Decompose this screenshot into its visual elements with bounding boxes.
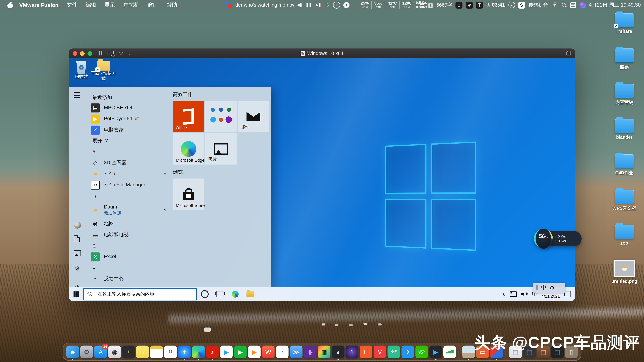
- tile-photos[interactable]: 照片: [205, 133, 237, 165]
- start-menu-app-item[interactable]: X Excel: [85, 251, 170, 262]
- minimize-button[interactable]: [80, 51, 84, 56]
- settings-wrench-icon[interactable]: ⚒: [119, 51, 123, 56]
- start-menu-section-header[interactable]: #: [85, 147, 170, 157]
- drag-handle[interactable]: [536, 285, 538, 290]
- desktop-folder[interactable]: C4D作业: [615, 154, 634, 184]
- sogou-icon[interactable]: S: [518, 1, 525, 8]
- ime-mode-label[interactable]: 中: [541, 284, 546, 292]
- app-store-icon[interactable]: A 14: [94, 345, 107, 358]
- chevron-down-icon[interactable]: ˅: [164, 207, 166, 212]
- start-menu-section-header[interactable]: F: [85, 264, 170, 273]
- fullscreen-icon[interactable]: [566, 51, 571, 55]
- start-menu-app-item[interactable]: ◓ 反馈中心: [85, 273, 170, 285]
- start-menu-app-item[interactable]: ◉ 地图: [85, 218, 170, 229]
- display-status-icon[interactable]: [510, 292, 517, 297]
- desktop-folder[interactable]: 内容营销: [615, 84, 634, 113]
- microphone-icon[interactable]: Ψ: [466, 1, 472, 8]
- chevron-down-icon[interactable]: ˅: [164, 172, 166, 176]
- zoom-button[interactable]: [88, 51, 92, 56]
- taskbar-search-input[interactable]: 在这里输入你要搜索的内容: [83, 288, 197, 300]
- start-menu-app-item[interactable]: ▰ Daum 最近添加 ˅: [85, 202, 170, 218]
- cpu-gauge[interactable]: 56%: [534, 229, 553, 248]
- start-menu-app-item[interactable]: ▤ MPC-BE x64: [85, 102, 170, 113]
- netease-music-icon[interactable]: ♪: [206, 345, 219, 358]
- numbers-icon[interactable]: ▂▅▇: [444, 345, 456, 358]
- xunlei-icon[interactable]: ≫: [290, 345, 302, 358]
- menu-view[interactable]: 显示: [100, 1, 119, 9]
- pause-button[interactable]: ▌▌: [306, 3, 313, 7]
- menu-window[interactable]: 窗口: [144, 1, 162, 9]
- clapper-icon[interactable]: ▦: [318, 345, 330, 358]
- capture-one-icon[interactable]: 1: [346, 345, 358, 358]
- tencent-video-icon[interactable]: ▶: [248, 345, 260, 358]
- start-menu-app-item[interactable]: ✓ 电脑管家: [85, 124, 170, 136]
- chevron-right-icon[interactable]: ›: [128, 50, 130, 56]
- pictures-icon[interactable]: [74, 250, 81, 256]
- search-icon[interactable]: [561, 2, 567, 7]
- next-track-button[interactable]: ▶▌: [316, 3, 322, 7]
- file-explorer-button[interactable]: [243, 287, 258, 301]
- v-recorder-icon[interactable]: V: [374, 345, 386, 358]
- window-title-bar[interactable]: ⚒ › Windows 10 x64: [69, 48, 575, 58]
- window-layout-icon[interactable]: ▥: [428, 2, 433, 8]
- action-center-icon[interactable]: [564, 291, 571, 297]
- menu-vm[interactable]: 虚拟机: [119, 1, 144, 9]
- tile-mail[interactable]: 邮件: [238, 101, 269, 132]
- desktop-folder[interactable]: zoo: [615, 225, 634, 255]
- tile-store[interactable]: Microsoft Store: [173, 178, 204, 210]
- calendar-icon[interactable]: 21: [164, 345, 177, 358]
- system-settings-icon[interactable]: ⚙: [80, 345, 93, 358]
- hamburger-menu-icon[interactable]: [74, 92, 80, 98]
- start-menu-app-item[interactable]: ▬ 电影和电视: [85, 229, 170, 240]
- tray-clock[interactable]: 4/21/2021: [542, 294, 560, 298]
- start-menu-section-header[interactable]: 最近添加: [85, 92, 170, 102]
- previous-track-button[interactable]: ◀▌: [297, 3, 303, 7]
- start-menu-section-header[interactable]: D: [85, 192, 170, 202]
- close-button[interactable]: [73, 51, 77, 56]
- desktop-image-file[interactable]: untitled.png: [613, 260, 636, 284]
- start-menu-app-item[interactable]: ◇ 3D 查看器: [85, 157, 170, 168]
- album-artwork-icon[interactable]: ▲: [344, 2, 350, 8]
- control-center-icon[interactable]: [570, 2, 576, 8]
- start-menu-section-header[interactable]: E: [85, 241, 170, 251]
- notes-icon[interactable]: ≡: [150, 345, 163, 358]
- start-menu-app-item[interactable]: ▰ 7-Zip ˅: [85, 168, 170, 179]
- desktop-folder[interactable]: blander: [615, 119, 634, 149]
- sogou-label[interactable]: 搜狗拼音: [528, 1, 548, 8]
- start-menu-expand[interactable]: 展开˅: [85, 135, 170, 146]
- volume-icon[interactable]: [521, 292, 527, 297]
- menu-bar-clock[interactable]: 4月21日 周三 19:49:30: [589, 1, 641, 8]
- downloads-shortcut-icon[interactable]: ➚ 下载 - 快捷方式: [89, 58, 118, 81]
- tile-edge[interactable]: Microsoft Edge: [173, 133, 204, 165]
- start-menu-app-item[interactable]: 7z 7-Zip File Manager: [85, 179, 170, 191]
- settings-gear-icon[interactable]: ⚙: [74, 265, 80, 272]
- play-status-icon[interactable]: [508, 1, 515, 8]
- safari-icon[interactable]: ✦: [178, 345, 191, 358]
- siri-icon[interactable]: [580, 2, 586, 8]
- wechat-icon[interactable]: ☏: [416, 345, 428, 358]
- documents-icon[interactable]: [74, 235, 80, 242]
- menu-app-name[interactable]: VMware Fusion: [15, 2, 62, 8]
- cortana-button[interactable]: [197, 287, 212, 301]
- obs-icon[interactable]: ◕: [332, 345, 344, 358]
- potplayer-icon[interactable]: ▶: [430, 345, 442, 358]
- gif-icon[interactable]: GIF: [388, 345, 400, 358]
- clipboard-icon[interactable]: ▤: [420, 2, 425, 8]
- tray-expand-icon[interactable]: ∧: [502, 292, 505, 296]
- ev-icon[interactable]: E: [360, 345, 372, 358]
- desktop-folder[interactable]: rrshare: [615, 13, 634, 43]
- preview-window-thumb[interactable]: [462, 345, 475, 358]
- menu-edit[interactable]: 编辑: [82, 1, 100, 9]
- iqiyi-icon[interactable]: ▶: [234, 345, 247, 358]
- input-method-indicator[interactable]: 中: [476, 1, 483, 8]
- suspend-vm-button[interactable]: [98, 51, 102, 55]
- favorite-heart-icon[interactable]: ♡: [326, 2, 330, 8]
- ime-settings-gear-icon[interactable]: ⚙: [550, 285, 554, 291]
- desktop-folder[interactable]: 股票: [615, 48, 634, 78]
- dingtalk-icon[interactable]: ✈: [402, 345, 414, 358]
- emoji-icon[interactable]: ☺: [456, 1, 462, 8]
- wifi-icon[interactable]: [552, 2, 558, 7]
- task-view-button[interactable]: [212, 287, 228, 301]
- wps-icon[interactable]: W: [262, 345, 274, 358]
- menu-file[interactable]: 文件: [62, 1, 82, 9]
